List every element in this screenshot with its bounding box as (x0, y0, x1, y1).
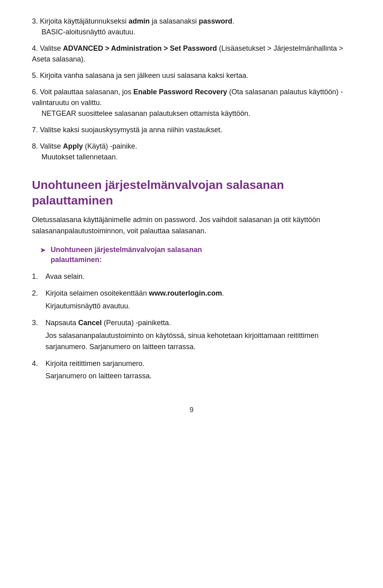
step-5: 5. Kirjoita vanha salasana ja sen jälkee… (32, 70, 351, 81)
sub-step-3-content: Napsauta Cancel (Peruuta) -painiketta. J… (45, 318, 351, 353)
step-7-number: 7. (32, 126, 38, 134)
subsection-item: ➤ Unohtuneen järjestelmänvalvojan salasa… (40, 245, 351, 265)
sub-step-2-number: 2. (32, 288, 41, 299)
subsection-list: ➤ Unohtuneen järjestelmänvalvojan salasa… (40, 245, 351, 265)
sub-step-4: 4. Kirjoita reitittimen sarjanumero. Sar… (32, 358, 351, 382)
step-3: 3. Kirjoita käyttäjätunnukseksi admin ja… (32, 16, 351, 38)
arrow-bullet-icon: ➤ (40, 246, 46, 254)
step-6-number: 6. (32, 88, 38, 96)
sub-step-3: 3. Napsauta Cancel (Peruuta) -painiketta… (32, 318, 351, 353)
sub-step-2-content: Kirjoita selaimen osoitekenttään www.rou… (45, 288, 351, 312)
section-intro: Oletussalasana käyttäjänimelle admin on … (32, 215, 351, 237)
subsection-heading-text: Unohtuneen järjestelmänvalvojan salasana… (51, 245, 202, 265)
sub-step-1-number: 1. (32, 271, 41, 282)
step-7: 7. Valitse kaksi suojauskysymystä ja ann… (32, 125, 351, 135)
sub-step-4-content: Kirjoita reitittimen sarjanumero. Sarjan… (45, 358, 351, 382)
sub-step-4-note: Sarjanumero on laitteen tarrassa. (45, 371, 351, 382)
step-4-number: 4. (32, 44, 38, 52)
step-8-number: 8. (32, 142, 38, 150)
step-3-number: 3. (32, 17, 38, 25)
step-5-number: 5. (32, 72, 38, 79)
step-8-note: Muutokset tallennetaan. (41, 152, 351, 163)
sub-step-3-note: Jos salasananpalautustoiminto on käytöss… (45, 330, 351, 353)
step-7-text: Valitse kaksi suojauskysymystä ja anna n… (40, 126, 222, 134)
sub-step-2-note: Kirjautumisnäyttö avautuu. (45, 301, 351, 312)
step-3-note: BASIC-aloitusnäyttö avautuu. (41, 27, 351, 38)
sub-step-2: 2. Kirjoita selaimen osoitekenttään www.… (32, 288, 351, 312)
sub-step-3-number: 3. (32, 318, 41, 328)
step-8: 8. Valitse Apply (Käytä) -painike. Muuto… (32, 141, 351, 163)
step-8-text: Valitse Apply (Käytä) -painike. (40, 142, 137, 150)
step-6-note: NETGEAR suosittelee salasanan palautukse… (41, 108, 351, 119)
sub-step-1-content: Avaa selain. (45, 271, 351, 282)
step-6: 6. Voit palauttaa salasanan, jos Enable … (32, 87, 351, 119)
section-heading: Unohtuneen järjestelmänvalvojan salasana… (32, 177, 351, 208)
step-6-text: Voit palauttaa salasanan, jos Enable Pas… (32, 88, 343, 107)
sub-step-4-number: 4. (32, 358, 41, 369)
step-3-text: Kirjoita käyttäjätunnukseksi admin ja sa… (40, 17, 234, 25)
step-5-text: Kirjoita vanha salasana ja sen jälkeen u… (40, 72, 248, 79)
numbered-steps-list: 1. Avaa selain. 2. Kirjoita selaimen oso… (32, 271, 351, 382)
sub-step-1: 1. Avaa selain. (32, 271, 351, 282)
subsection-heading: Unohtuneen järjestelmänvalvojan salasana… (51, 246, 202, 264)
page-number: 9 (32, 406, 351, 414)
step-4: 4. Valitse ADVANCED > Administration > S… (32, 43, 351, 65)
step-4-text: Valitse ADVANCED > Administration > Set … (32, 44, 343, 63)
intro-steps: 3. Kirjoita käyttäjätunnukseksi admin ja… (32, 16, 351, 163)
